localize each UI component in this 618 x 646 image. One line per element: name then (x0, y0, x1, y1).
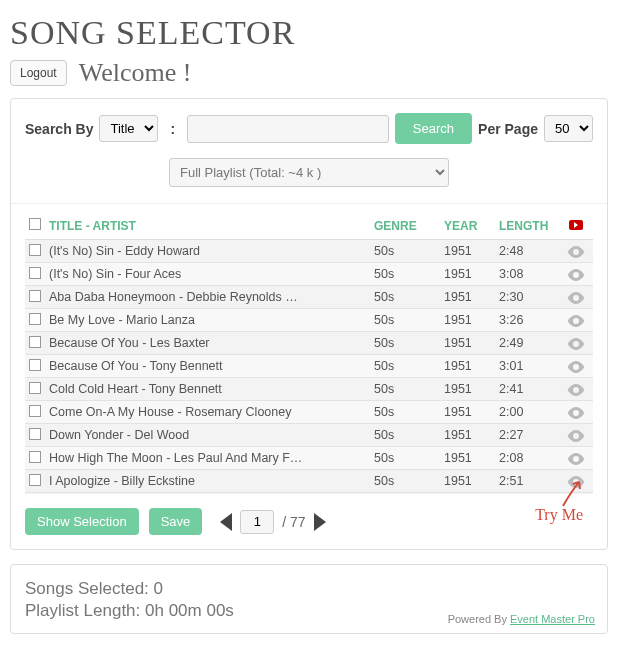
row-title: (It's No) Sin - Eddy Howard (49, 244, 374, 258)
preview-icon[interactable] (559, 359, 593, 373)
row-genre: 50s (374, 313, 444, 327)
table-row[interactable]: How High The Moon - Les Paul And Mary F…… (25, 447, 593, 470)
prev-page-button[interactable] (220, 513, 232, 531)
save-button[interactable]: Save (149, 508, 203, 535)
row-length: 3:08 (499, 267, 559, 281)
search-field-select[interactable]: Title (99, 115, 158, 142)
row-year: 1951 (444, 451, 499, 465)
row-checkbox[interactable] (29, 313, 41, 325)
preview-icon[interactable] (559, 290, 593, 304)
row-title: Down Yonder - Del Wood (49, 428, 374, 442)
row-checkbox[interactable] (29, 405, 41, 417)
row-length: 2:08 (499, 451, 559, 465)
row-checkbox[interactable] (29, 451, 41, 463)
per-page-label: Per Page (478, 121, 538, 137)
row-checkbox[interactable] (29, 474, 41, 486)
preview-icon[interactable] (559, 313, 593, 327)
powered-by-link[interactable]: Event Master Pro (510, 613, 595, 625)
row-genre: 50s (374, 359, 444, 373)
row-title: Cold Cold Heart - Tony Bennett (49, 382, 374, 396)
search-button[interactable]: Search (395, 113, 472, 144)
row-genre: 50s (374, 267, 444, 281)
row-title: (It's No) Sin - Four Aces (49, 267, 374, 281)
row-year: 1951 (444, 290, 499, 304)
table-row[interactable]: Be My Love - Mario Lanza50s19513:26 (25, 309, 593, 332)
row-year: 1951 (444, 359, 499, 373)
colon: : (164, 121, 181, 137)
row-checkbox[interactable] (29, 244, 41, 256)
welcome-text: Welcome ! (79, 58, 192, 88)
row-length: 2:41 (499, 382, 559, 396)
row-length: 2:30 (499, 290, 559, 304)
col-year[interactable]: YEAR (444, 219, 499, 233)
row-year: 1951 (444, 474, 499, 488)
playlist-select[interactable]: Full Playlist (Total: ~4 k ) (169, 158, 449, 187)
row-year: 1951 (444, 382, 499, 396)
col-length[interactable]: LENGTH (499, 219, 559, 233)
table-row[interactable]: I Apologize - Billy Eckstine50s19512:51 (25, 470, 593, 493)
row-year: 1951 (444, 336, 499, 350)
row-checkbox[interactable] (29, 290, 41, 302)
preview-icon[interactable] (559, 336, 593, 350)
row-title: Because Of You - Les Baxter (49, 336, 374, 350)
row-length: 2:48 (499, 244, 559, 258)
row-year: 1951 (444, 405, 499, 419)
try-me-callout: Try Me (535, 506, 583, 524)
row-length: 3:26 (499, 313, 559, 327)
col-genre[interactable]: GENRE (374, 219, 444, 233)
table-row[interactable]: Because Of You - Les Baxter50s19512:49 (25, 332, 593, 355)
song-list[interactable]: (It's No) Sin - Eddy Howard50s19512:48(I… (25, 240, 593, 494)
row-year: 1951 (444, 313, 499, 327)
row-title: Aba Daba Honeymoon - Debbie Reynolds … (49, 290, 374, 304)
row-genre: 50s (374, 290, 444, 304)
row-length: 2:27 (499, 428, 559, 442)
row-checkbox[interactable] (29, 359, 41, 371)
row-length: 2:00 (499, 405, 559, 419)
row-year: 1951 (444, 244, 499, 258)
preview-icon[interactable] (559, 382, 593, 396)
table-row[interactable]: Cold Cold Heart - Tony Bennett50s19512:4… (25, 378, 593, 401)
show-selection-button[interactable]: Show Selection (25, 508, 139, 535)
row-title: Come On-A My House - Rosemary Clooney (49, 405, 374, 419)
row-title: Because Of You - Tony Bennett (49, 359, 374, 373)
per-page-select[interactable]: 50 (544, 115, 593, 142)
row-length: 2:51 (499, 474, 559, 488)
row-checkbox[interactable] (29, 267, 41, 279)
row-genre: 50s (374, 405, 444, 419)
preview-icon[interactable] (559, 244, 593, 258)
search-input[interactable] (187, 115, 389, 143)
preview-icon[interactable] (559, 451, 593, 465)
search-by-label: Search By (25, 121, 93, 137)
powered-by-label: Powered By (448, 613, 510, 625)
row-genre: 50s (374, 244, 444, 258)
preview-icon[interactable] (559, 267, 593, 281)
row-checkbox[interactable] (29, 382, 41, 394)
row-genre: 50s (374, 336, 444, 350)
table-row[interactable]: Come On-A My House - Rosemary Clooney50s… (25, 401, 593, 424)
preview-icon[interactable] (559, 428, 593, 442)
row-checkbox[interactable] (29, 428, 41, 440)
songs-selected: Songs Selected: 0 (25, 579, 593, 599)
table-row[interactable]: (It's No) Sin - Eddy Howard50s19512:48 (25, 240, 593, 263)
row-checkbox[interactable] (29, 336, 41, 348)
col-title[interactable]: TITLE - ARTIST (49, 219, 374, 233)
row-length: 3:01 (499, 359, 559, 373)
select-all-checkbox[interactable] (29, 218, 41, 230)
row-genre: 50s (374, 451, 444, 465)
next-page-button[interactable] (314, 513, 326, 531)
row-genre: 50s (374, 382, 444, 396)
row-genre: 50s (374, 428, 444, 442)
row-year: 1951 (444, 428, 499, 442)
table-row[interactable]: (It's No) Sin - Four Aces50s19513:08 (25, 263, 593, 286)
table-row[interactable]: Down Yonder - Del Wood50s19512:27 (25, 424, 593, 447)
page-title: SONG SELECTOR (10, 14, 608, 52)
page-input[interactable] (240, 510, 274, 534)
table-row[interactable]: Aba Daba Honeymoon - Debbie Reynolds …50… (25, 286, 593, 309)
preview-icon[interactable] (559, 405, 593, 419)
row-genre: 50s (374, 474, 444, 488)
row-length: 2:49 (499, 336, 559, 350)
row-title: I Apologize - Billy Eckstine (49, 474, 374, 488)
logout-button[interactable]: Logout (10, 60, 67, 86)
row-year: 1951 (444, 267, 499, 281)
table-row[interactable]: Because Of You - Tony Bennett50s19513:01 (25, 355, 593, 378)
